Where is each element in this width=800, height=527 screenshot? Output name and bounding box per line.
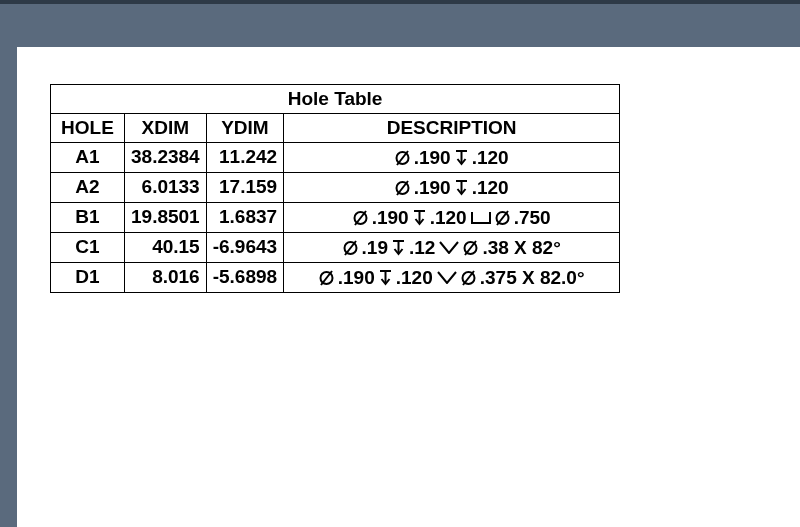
drawing-viewport: Hole Table HOLE XDIM YDIM DESCRIPTION A1…	[0, 0, 800, 527]
desc-value: .375 X 82.0°	[480, 266, 585, 290]
desc-value: .190	[372, 206, 409, 230]
countersink-icon	[437, 271, 457, 284]
header-ydim: YDIM	[206, 114, 283, 143]
cell-desc: .190 .120 .750	[284, 202, 620, 232]
table-row: B1 19.8501 1.6837 .190 .120 .750	[51, 202, 620, 232]
cell-ydim: 11.242	[206, 143, 283, 173]
cell-xdim: 6.0133	[125, 172, 207, 202]
cell-desc: .190 .120 .375 X 82.0°	[284, 262, 620, 292]
cell-ydim: -5.6898	[206, 262, 283, 292]
depth-icon	[455, 149, 468, 167]
desc-value: .19	[362, 236, 388, 260]
cell-desc: .19 .12 .38 X 82°	[284, 232, 620, 262]
cell-hole: A2	[51, 172, 125, 202]
header-xdim: XDIM	[125, 114, 207, 143]
diameter-icon	[495, 209, 510, 227]
cell-hole: A1	[51, 143, 125, 173]
table-row: D1 8.016 -5.6898 .190 .120 .375 X 82.0°	[51, 262, 620, 292]
desc-value: .120	[472, 146, 509, 170]
diameter-icon	[461, 269, 476, 287]
depth-icon	[455, 179, 468, 197]
cell-hole: C1	[51, 232, 125, 262]
depth-icon	[413, 209, 426, 227]
diameter-icon	[395, 179, 410, 197]
desc-value: .38 X 82°	[482, 236, 560, 260]
desc-value: .750	[514, 206, 551, 230]
cell-xdim: 40.15	[125, 232, 207, 262]
desc-value: .190	[414, 176, 451, 200]
diameter-icon	[343, 239, 358, 257]
table-title: Hole Table	[51, 85, 620, 114]
cell-ydim: -6.9643	[206, 232, 283, 262]
desc-value: .120	[430, 206, 467, 230]
cell-xdim: 19.8501	[125, 202, 207, 232]
diameter-icon	[319, 269, 334, 287]
diameter-icon	[395, 149, 410, 167]
desc-value: .190	[338, 266, 375, 290]
table-row: A2 6.0133 17.159 .190 .120	[51, 172, 620, 202]
table-title-row: Hole Table	[51, 85, 620, 114]
cell-desc: .190 .120	[284, 172, 620, 202]
header-desc: DESCRIPTION	[284, 114, 620, 143]
cell-ydim: 17.159	[206, 172, 283, 202]
table-row: C1 40.15 -6.9643 .19 .12 .38 X 82°	[51, 232, 620, 262]
window-top-border	[0, 0, 800, 4]
desc-value: .120	[472, 176, 509, 200]
counterbore-icon	[471, 211, 491, 225]
cell-desc: .190 .120	[284, 143, 620, 173]
cell-xdim: 38.2384	[125, 143, 207, 173]
desc-value: .120	[396, 266, 433, 290]
table-row: A1 38.2384 11.242 .190 .120	[51, 143, 620, 173]
desc-value: .12	[409, 236, 435, 260]
drawing-sheet: Hole Table HOLE XDIM YDIM DESCRIPTION A1…	[17, 47, 800, 527]
depth-icon	[379, 269, 392, 287]
cell-ydim: 1.6837	[206, 202, 283, 232]
cell-hole: B1	[51, 202, 125, 232]
depth-icon	[392, 239, 405, 257]
header-hole: HOLE	[51, 114, 125, 143]
table-header-row: HOLE XDIM YDIM DESCRIPTION	[51, 114, 620, 143]
cell-xdim: 8.016	[125, 262, 207, 292]
diameter-icon	[353, 209, 368, 227]
hole-table: Hole Table HOLE XDIM YDIM DESCRIPTION A1…	[50, 84, 620, 293]
cell-hole: D1	[51, 262, 125, 292]
countersink-icon	[439, 241, 459, 254]
diameter-icon	[463, 239, 478, 257]
desc-value: .190	[414, 146, 451, 170]
